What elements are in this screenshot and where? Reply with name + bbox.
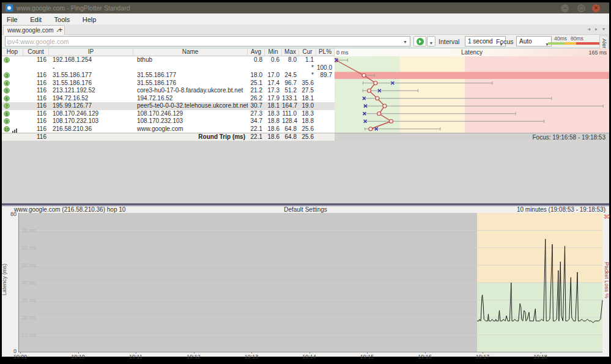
tab-scroll-right-icon[interactable]: ▸ (595, 26, 598, 32)
hop-row[interactable]: 9116108.170.232.103108.170.232.10334.718… (2, 117, 335, 125)
cell-max: 133.1 (282, 95, 299, 103)
cell-count: 116 (23, 125, 49, 133)
cell-ip: 192.168.1.254 (49, 56, 133, 64)
col-header-cur[interactable]: Cur (299, 48, 316, 56)
cell-max: 164.7 (282, 102, 299, 110)
cell-hop: 5 (2, 87, 23, 95)
minimize-button[interactable]: – (561, 4, 569, 12)
cell-ip: 108.170.246.129 (49, 110, 133, 118)
hop-row[interactable]: 6116194.72.16.52194.72.16.5226.217.9133.… (2, 95, 335, 103)
cell-hop: 9 (2, 117, 23, 125)
packet-loss-max-label: 30 (604, 214, 610, 220)
cell-avg: 26.2 (248, 95, 265, 103)
col-header-pl[interactable]: PL% (316, 48, 335, 56)
menu-file[interactable]: File (2, 15, 23, 24)
chevron-down-icon[interactable]: ▼ (403, 40, 407, 44)
new-tab-button[interactable]: + (58, 25, 63, 34)
target-combo: ▼ (5, 36, 410, 46)
cell-count: 116 (23, 102, 49, 110)
trace-table-header: Hop Count IP Name Avg Min Max Cur PL% (2, 48, 335, 56)
cell-min: 17.3 (265, 87, 282, 95)
col-header-name[interactable]: Name (133, 48, 248, 56)
svg-text:30 ms: 30 ms (21, 297, 37, 303)
hop-row[interactable]: 411631.55.186.17631.55.186.17625.117.496… (2, 80, 335, 87)
tab-list-icon[interactable]: ▾ (602, 26, 605, 32)
hop-row[interactable]: 5116213.121.192.52core3-hu0-17-0-8.farad… (2, 87, 335, 95)
tab-scroll-left-icon[interactable]: ◂ (588, 26, 590, 32)
cell-max: 96.7 (282, 80, 299, 87)
cell-hop: 6 (2, 95, 23, 103)
col-header-max[interactable]: Max (282, 48, 299, 56)
cell-avg: 25.1 (248, 80, 265, 87)
y-axis-title: Latency (ms) (1, 258, 7, 301)
cell-cur: 25.6 (299, 125, 316, 133)
hop-number-badge: 9 (4, 118, 10, 124)
time-axis: 19:0919:1019:1119:1219:1319:1419:1519:16… (2, 352, 609, 361)
cell-pl (316, 102, 335, 110)
maximize-button[interactable]: ▢ (577, 4, 585, 12)
col-header-avg[interactable]: Avg (248, 48, 265, 56)
hop-row[interactable]: -*100.0 (2, 64, 335, 72)
focus-label: Focus (496, 38, 514, 45)
cell-name: 194.72.16.52 (133, 95, 248, 103)
hop-row[interactable]: 8116108.170.246.129108.170.246.12927.318… (2, 110, 335, 118)
cell-cur: 18.3 (299, 110, 316, 118)
cell-max: 51.2 (282, 87, 299, 95)
app-icon (6, 4, 13, 12)
menu-bar: File Edit Tools Help (2, 13, 609, 24)
tab-active-target[interactable]: www.google.com✓ (3, 25, 65, 35)
cell-hop: 10 (2, 125, 23, 133)
workspace-background (2, 141, 609, 203)
focus-select[interactable]: Auto ▼ (516, 36, 552, 46)
col-header-ip[interactable]: IP (49, 48, 133, 56)
cell-min: 18.1 (265, 102, 282, 110)
start-trace-button[interactable] (413, 36, 426, 46)
cell-hop: 7 (2, 102, 23, 110)
timeline-plot[interactable]: 70 ms60 ms50 ms40 ms30 ms20 ms10 ms (18, 213, 604, 352)
cell-ip: 31.55.186.177 (49, 72, 133, 80)
hop-latency-plot[interactable] (335, 56, 609, 133)
cell-ip: - (49, 64, 133, 72)
screen: { "window": { "title": "www.google.com -… (0, 0, 611, 364)
hop-number-badge: 7 (4, 103, 10, 109)
menu-help[interactable]: Help (78, 15, 102, 24)
hop-row[interactable]: 7116195.99.126.77peer5-te0-0-0-32.teleho… (2, 102, 335, 110)
time-tick-label: 19:09 (13, 354, 28, 360)
summary-cur: 25.6 (299, 133, 316, 141)
cell-avg (248, 64, 265, 72)
cell-max: 64.8 (282, 125, 299, 133)
target-input[interactable] (7, 37, 398, 46)
hop-number-badge: 1 (4, 57, 10, 63)
cell-hop (2, 64, 23, 72)
title-bar: www.google.com - PingPlotter Standard – … (2, 2, 609, 13)
cell-pl (316, 95, 335, 103)
cell-pl (316, 87, 335, 95)
tab-bar: www.google.com✓ + ◂ ▸ ▾ (2, 24, 609, 35)
cell-pl: 100.0 (316, 64, 335, 72)
close-button[interactable]: ✕ (592, 4, 600, 12)
hop-row[interactable]: 311631.55.186.17731.55.186.17718.017.024… (2, 72, 335, 80)
cell-ip: 31.55.186.176 (49, 80, 133, 87)
menu-edit[interactable]: Edit (25, 15, 46, 24)
cell-ip: 194.72.16.52 (49, 95, 133, 103)
interval-label: Interval (439, 38, 459, 45)
cell-hop: 3 (2, 72, 23, 80)
summary-pl-cell (316, 133, 335, 141)
time-tick-label: 19:17 (476, 354, 490, 360)
menu-tools[interactable]: Tools (50, 15, 75, 24)
start-options-button[interactable]: ▼ (427, 36, 435, 46)
toolbar: ▼ ▼ Interval 1 second ▼ Focus Auto ▼ 40m… (2, 35, 609, 48)
hop-number-badge: 6 (4, 95, 10, 102)
cell-min (265, 64, 282, 72)
hop-row[interactable]: 1116192.168.1.254bthub0.80.68.01.1 (2, 56, 335, 64)
hop-row[interactable]: 10116216.58.210.36www.google.com22.118.6… (2, 125, 335, 133)
chevron-down-icon: ▼ (429, 41, 434, 45)
cell-name: www.google.com (133, 125, 248, 133)
col-header-count[interactable]: Count (23, 48, 49, 56)
latency-title: Latency (335, 49, 609, 56)
summary-max: 64.8 (282, 133, 299, 141)
col-header-min[interactable]: Min (265, 48, 282, 56)
col-header-hop[interactable]: Hop (2, 48, 23, 56)
cell-count: 116 (23, 56, 49, 64)
cell-pl (316, 110, 335, 118)
